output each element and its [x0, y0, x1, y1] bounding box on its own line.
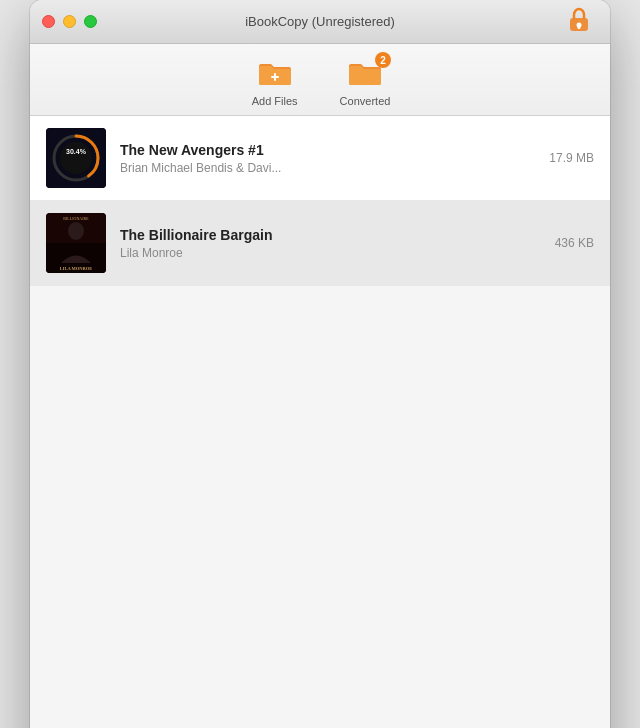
main-window: iBookCopy (Unregistered) Add Files [30, 0, 610, 728]
book-title: The Billionaire Bargain [120, 227, 541, 243]
book-list: 30.4% The New Avengers #1 Brian Michael … [30, 116, 610, 496]
book-size: 17.9 MB [549, 151, 594, 165]
svg-rect-2 [578, 25, 581, 29]
billionaire-cover-art: LILA MONROE BILLIONAIRE [46, 213, 106, 273]
add-files-folder-icon [257, 58, 293, 88]
svg-text:LILA MONROE: LILA MONROE [60, 266, 93, 271]
empty-space [30, 496, 610, 728]
titlebar: iBookCopy (Unregistered) [30, 0, 610, 44]
toolbar: Add Files 2 Converted [30, 44, 610, 116]
book-item[interactable]: LILA MONROE BILLIONAIRE The Billionaire … [30, 201, 610, 286]
book-author: Brian Michael Bendis & Davi... [120, 161, 535, 175]
book-info: The New Avengers #1 Brian Michael Bendis… [120, 142, 535, 175]
converted-button[interactable]: 2 Converted [320, 52, 411, 115]
svg-point-8 [60, 142, 92, 174]
add-files-icon-wrap [257, 58, 293, 91]
svg-text:BILLIONAIRE: BILLIONAIRE [63, 216, 89, 221]
window-title: iBookCopy (Unregistered) [245, 14, 395, 29]
converted-icon-wrap: 2 [347, 58, 383, 91]
svg-text:30.4%: 30.4% [66, 148, 87, 155]
avengers-cover-art: 30.4% [46, 128, 106, 188]
book-info: The Billionaire Bargain Lila Monroe [120, 227, 541, 260]
book-title: The New Avengers #1 [120, 142, 535, 158]
traffic-lights [42, 15, 97, 28]
book-cover-avengers: 30.4% [46, 128, 106, 188]
close-button[interactable] [42, 15, 55, 28]
lock-button[interactable] [562, 1, 596, 43]
add-files-label: Add Files [252, 95, 298, 107]
book-author: Lila Monroe [120, 246, 541, 260]
converted-badge: 2 [375, 52, 391, 68]
add-files-button[interactable]: Add Files [230, 52, 320, 115]
lock-icon [566, 5, 592, 33]
maximize-button[interactable] [84, 15, 97, 28]
book-item[interactable]: 30.4% The New Avengers #1 Brian Michael … [30, 116, 610, 201]
converted-label: Converted [340, 95, 391, 107]
svg-point-12 [68, 222, 84, 240]
book-size: 436 KB [555, 236, 594, 250]
book-cover-billionaire: LILA MONROE BILLIONAIRE [46, 213, 106, 273]
minimize-button[interactable] [63, 15, 76, 28]
